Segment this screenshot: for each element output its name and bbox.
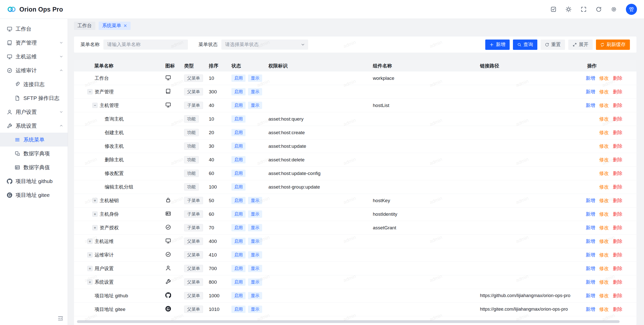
add-action-link[interactable]: 新增 bbox=[586, 252, 595, 258]
menu-name-input[interactable] bbox=[103, 40, 188, 50]
sidebar-item-host-ops[interactable]: 主机运维 bbox=[0, 50, 68, 63]
book-icon bbox=[7, 40, 12, 46]
status-cell: 启用 bbox=[231, 129, 268, 136]
sidebar-item-dict-key[interactable]: 数据字典项 bbox=[0, 147, 68, 160]
row-expander-plus[interactable]: + bbox=[92, 211, 98, 217]
menu-status-select[interactable]: 请选择菜单状态 bbox=[221, 40, 308, 50]
close-icon[interactable] bbox=[124, 24, 127, 27]
add-action-link[interactable]: 新增 bbox=[586, 75, 595, 82]
edit-action-link[interactable]: 修改 bbox=[599, 170, 609, 177]
row-expander-plus[interactable]: + bbox=[87, 279, 93, 285]
monitor-icon bbox=[165, 238, 171, 244]
delete-action-link[interactable]: 删除 bbox=[613, 102, 622, 109]
add-action-link[interactable]: 新增 bbox=[586, 279, 595, 285]
edit-action-link[interactable]: 修改 bbox=[599, 279, 609, 285]
delete-action-link[interactable]: 删除 bbox=[613, 75, 622, 82]
sidebar-item-system-menu[interactable]: 系统菜单 bbox=[0, 133, 68, 147]
add-action-link[interactable]: 新增 bbox=[586, 293, 595, 299]
refresh-cache-button[interactable]: 刷新缓存 bbox=[596, 40, 630, 50]
edit-action-link[interactable]: 修改 bbox=[599, 238, 609, 245]
table-row: 删除主机功能40启用asset:host:delete修改删除 bbox=[74, 153, 636, 167]
add-action-link[interactable]: 新增 bbox=[586, 238, 595, 245]
horizontal-scrollbar[interactable] bbox=[77, 320, 633, 323]
collapse-sidebar-button[interactable] bbox=[57, 315, 64, 321]
row-expander-plus[interactable]: + bbox=[92, 225, 98, 230]
delete-action-link[interactable]: 删除 bbox=[613, 279, 622, 285]
add-action-link[interactable]: 新增 bbox=[586, 265, 595, 272]
sidebar-item-system-settings[interactable]: 系统设置 bbox=[0, 119, 68, 133]
sidebar-menu: 工作台资产管理主机运维运维审计连接日志SFTP 操作日志用户设置系统设置系统菜单… bbox=[0, 22, 68, 202]
delete-action-link[interactable]: 删除 bbox=[613, 211, 622, 218]
edit-action-link[interactable]: 修改 bbox=[599, 129, 609, 136]
delete-action-link[interactable]: 删除 bbox=[613, 89, 622, 95]
delete-action-link[interactable]: 删除 bbox=[613, 184, 622, 190]
edit-action-link[interactable]: 修改 bbox=[599, 225, 609, 231]
delete-action-link[interactable]: 删除 bbox=[613, 170, 622, 177]
edit-action-link[interactable]: 修改 bbox=[599, 143, 609, 150]
button-label: 展开 bbox=[579, 41, 588, 48]
delete-action-link[interactable]: 删除 bbox=[613, 197, 622, 204]
delete-action-link[interactable]: 删除 bbox=[613, 143, 622, 150]
menu-icon-cell bbox=[165, 265, 184, 272]
sidebar-item-dict-value[interactable]: 数据字典值 bbox=[0, 160, 68, 174]
sidebar-item-connect-log[interactable]: 连接日志 bbox=[0, 77, 68, 91]
delete-action-link[interactable]: 删除 bbox=[613, 265, 622, 272]
edit-action-link[interactable]: 修改 bbox=[599, 197, 609, 204]
expand-button[interactable]: 展开 bbox=[568, 40, 593, 50]
edit-action-link[interactable]: 修改 bbox=[599, 252, 609, 258]
delete-action-link[interactable]: 删除 bbox=[613, 225, 622, 231]
delete-action-link[interactable]: 删除 bbox=[613, 306, 622, 313]
add-action-link[interactable]: 新增 bbox=[586, 89, 595, 95]
sidebar-item-sftp-log[interactable]: SFTP 操作日志 bbox=[0, 91, 68, 105]
sidebar-item-user-settings[interactable]: 用户设置 bbox=[0, 105, 68, 119]
edit-action-link[interactable]: 修改 bbox=[599, 184, 609, 190]
delete-action-link[interactable]: 删除 bbox=[613, 129, 622, 136]
row-expander-plus[interactable]: + bbox=[92, 198, 98, 203]
sidebar-item-github[interactable]: 项目地址 github bbox=[0, 174, 68, 188]
sun-icon[interactable] bbox=[566, 6, 572, 12]
delete-action-link[interactable]: 删除 bbox=[613, 293, 622, 299]
edit-action-link[interactable]: 修改 bbox=[599, 116, 609, 122]
add-button[interactable]: 新增 bbox=[485, 40, 510, 50]
edit-action-link[interactable]: 修改 bbox=[599, 211, 609, 218]
edit-action-link[interactable]: 修改 bbox=[599, 102, 609, 109]
edit-action-link[interactable]: 修改 bbox=[599, 89, 609, 95]
edit-action-link[interactable]: 修改 bbox=[599, 75, 609, 82]
delete-action-link[interactable]: 删除 bbox=[613, 238, 622, 245]
tab-workbench[interactable]: 工作台 bbox=[74, 22, 95, 30]
row-expander-plus[interactable]: + bbox=[87, 252, 93, 258]
status-cell: 启用显示 bbox=[231, 210, 268, 218]
sidebar-item-ops-audit[interactable]: 运维审计 bbox=[0, 63, 68, 77]
sidebar-item-asset-management[interactable]: 资产管理 bbox=[0, 36, 68, 50]
checkbox-icon[interactable] bbox=[550, 6, 556, 12]
scrollbar-thumb[interactable] bbox=[77, 320, 620, 323]
row-expander-plus[interactable]: + bbox=[87, 239, 93, 244]
avatar[interactable]: 管 bbox=[626, 4, 637, 15]
add-action-link[interactable]: 新增 bbox=[586, 197, 595, 204]
reset-button[interactable]: 重置 bbox=[541, 40, 565, 50]
add-action-link[interactable]: 新增 bbox=[586, 306, 595, 313]
edit-action-link[interactable]: 修改 bbox=[599, 293, 609, 299]
add-action-link[interactable]: 新增 bbox=[586, 225, 595, 231]
actions-cell: 修改删除 bbox=[580, 143, 630, 150]
gear-icon[interactable] bbox=[611, 6, 617, 12]
add-action-link[interactable]: 新增 bbox=[586, 211, 595, 218]
row-expander-plus[interactable]: + bbox=[87, 266, 93, 271]
edit-action-link[interactable]: 修改 bbox=[599, 306, 609, 313]
delete-action-link[interactable]: 删除 bbox=[613, 252, 622, 258]
tab-system-menu[interactable]: 系统菜单 bbox=[99, 22, 131, 30]
add-action-link[interactable]: 新增 bbox=[586, 102, 595, 109]
search-button[interactable]: 查询 bbox=[513, 40, 537, 50]
row-expander-minus[interactable]: − bbox=[87, 89, 93, 94]
delete-action-link[interactable]: 删除 bbox=[613, 116, 622, 122]
refresh-icon[interactable] bbox=[596, 6, 602, 12]
status-cell: 启用显示 bbox=[231, 102, 268, 109]
edit-action-link[interactable]: 修改 bbox=[599, 265, 609, 272]
fullscreen-icon[interactable] bbox=[581, 6, 587, 12]
sidebar-item-gitee[interactable]: 项目地址 gitee bbox=[0, 188, 68, 202]
expand-icon bbox=[573, 43, 577, 47]
row-expander-minus[interactable]: − bbox=[92, 103, 98, 108]
edit-action-link[interactable]: 修改 bbox=[599, 157, 609, 163]
delete-action-link[interactable]: 删除 bbox=[613, 157, 622, 163]
sidebar-item-workbench[interactable]: 工作台 bbox=[0, 22, 68, 36]
